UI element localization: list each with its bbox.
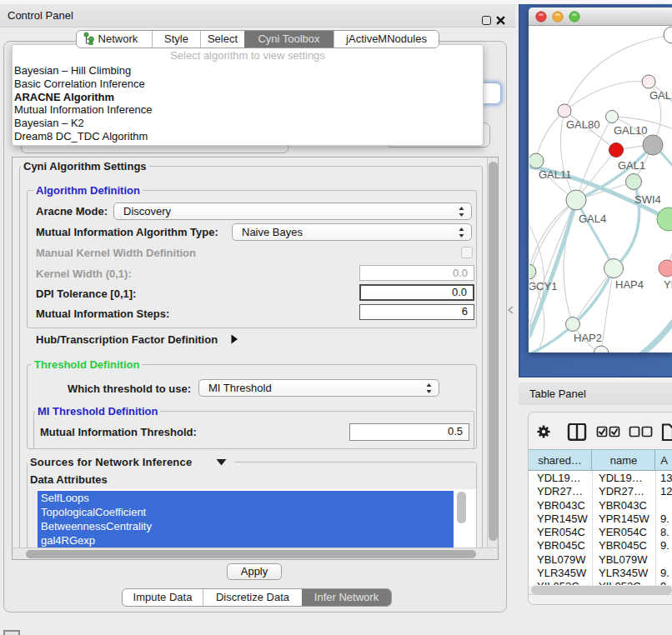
svg-text:GAL80: GAL80 xyxy=(566,118,599,131)
svg-text:SWI4: SWI4 xyxy=(634,193,661,206)
svg-text:GAL4: GAL4 xyxy=(579,212,606,225)
svg-text:GAL10: GAL10 xyxy=(614,124,647,137)
svg-text:YEL: YEL xyxy=(664,278,672,291)
svg-text:GAL2: GAL2 xyxy=(649,89,672,102)
svg-text:GAL11: GAL11 xyxy=(539,168,572,181)
svg-text:HAP2: HAP2 xyxy=(574,332,602,344)
svg-text:GAL1: GAL1 xyxy=(618,159,645,172)
svg-text:GCY1: GCY1 xyxy=(529,280,557,292)
svg-text:HAP4: HAP4 xyxy=(615,278,644,291)
